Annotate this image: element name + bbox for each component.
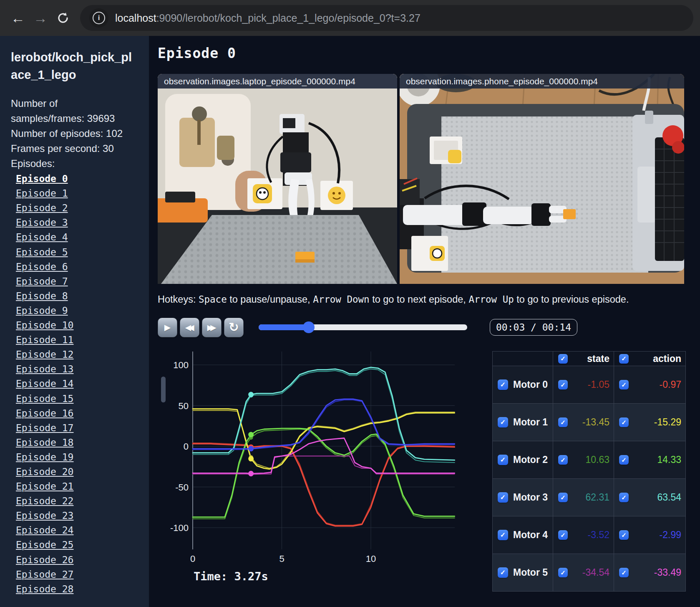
current-time-marker bbox=[248, 432, 254, 438]
forward-icon[interactable]: → bbox=[29, 7, 52, 29]
url-bar[interactable]: i localhost:9090/lerobot/koch_pick_place… bbox=[80, 5, 693, 31]
episode-link[interactable]: Episode 10 bbox=[16, 320, 73, 331]
episode-link[interactable]: Episode 25 bbox=[16, 539, 73, 550]
action-checkbox[interactable]: ✓ bbox=[619, 568, 629, 577]
episode-link[interactable]: Episode 13 bbox=[16, 364, 73, 374]
hotkey-text: to pause/unpause, bbox=[227, 294, 313, 305]
action-checkbox[interactable]: ✓ bbox=[619, 380, 629, 389]
svg-text:0: 0 bbox=[184, 441, 189, 452]
back-icon[interactable]: ← bbox=[7, 7, 29, 29]
box-hugging-face bbox=[320, 181, 353, 210]
episode-link[interactable]: Episode 21 bbox=[16, 481, 73, 492]
table-header-row: ✓ state ✓ action bbox=[493, 352, 686, 366]
state-checkbox[interactable]: ✓ bbox=[558, 568, 568, 577]
url-path: :9090/lerobot/koch_pick_place_1_lego/epi… bbox=[156, 12, 421, 24]
video-laptop[interactable]: observation.images.laptop_episode_000000… bbox=[158, 74, 397, 284]
episode-link[interactable]: Episode 23 bbox=[16, 510, 73, 521]
episode-link[interactable]: Episode 14 bbox=[16, 378, 73, 389]
episode-link[interactable]: Episode 7 bbox=[16, 276, 68, 287]
episode-link[interactable]: Episode 26 bbox=[16, 554, 73, 565]
episode-link[interactable]: Episode 5 bbox=[16, 247, 68, 258]
episode-link[interactable]: Episode 11 bbox=[16, 334, 73, 345]
play-button[interactable]: ▶ bbox=[158, 318, 177, 337]
episode-list-item: Episode 8 bbox=[16, 289, 141, 304]
action-checkbox[interactable]: ✓ bbox=[619, 417, 629, 427]
state-checkbox[interactable]: ✓ bbox=[558, 493, 568, 502]
episode-link[interactable]: Episode 4 bbox=[16, 232, 68, 243]
episode-link[interactable]: Episode 6 bbox=[16, 261, 68, 272]
motor-label: Motor 0 bbox=[513, 379, 548, 390]
reload-glyph bbox=[57, 12, 69, 24]
rewind-button[interactable]: ◀◀ bbox=[180, 318, 199, 337]
motor-chart[interactable]: 100500-50-1000510Time: 3.27s bbox=[158, 348, 460, 588]
state-checkbox[interactable]: ✓ bbox=[558, 530, 568, 540]
episode-link[interactable]: Episode 2 bbox=[16, 202, 68, 213]
state-checkbox[interactable]: ✓ bbox=[558, 380, 568, 389]
action-header-cell: ✓ action bbox=[614, 352, 686, 366]
svg-text:-100: -100 bbox=[170, 523, 189, 533]
episode-link[interactable]: Episode 3 bbox=[16, 217, 68, 228]
motor-label: Motor 4 bbox=[513, 529, 548, 541]
episode-list-item: Episode 9 bbox=[16, 304, 141, 319]
hotkey-text: to go to next episode, bbox=[370, 294, 469, 305]
state-checkbox[interactable]: ✓ bbox=[558, 455, 568, 465]
episode-link[interactable]: Episode 27 bbox=[16, 569, 73, 580]
table-row: ✓Motor 1✓-13.45✓-15.29 bbox=[493, 404, 686, 441]
motor-label: Motor 1 bbox=[513, 417, 548, 428]
motor-checkbox[interactable]: ✓ bbox=[498, 567, 508, 578]
episode-link[interactable]: Episode 28 bbox=[16, 584, 73, 594]
svg-text:100: 100 bbox=[173, 360, 189, 370]
screen: ← → i localhost:9090/lerobot/koch_pick_p… bbox=[0, 0, 700, 607]
episode-list-item: Episode 5 bbox=[16, 245, 141, 260]
episode-link[interactable]: Episode 19 bbox=[16, 452, 73, 463]
loop-button[interactable]: ↻ bbox=[224, 318, 244, 337]
url-text[interactable]: localhost:9090/lerobot/koch_pick_place_1… bbox=[115, 12, 421, 24]
scrollbar-thumb[interactable] bbox=[161, 377, 166, 402]
episode-list-item: Episode 20 bbox=[16, 465, 141, 480]
state-checkbox[interactable]: ✓ bbox=[558, 417, 568, 427]
episode-link[interactable]: Episode 17 bbox=[16, 422, 73, 433]
action-column-checkbox[interactable]: ✓ bbox=[619, 354, 629, 364]
motor-checkbox[interactable]: ✓ bbox=[498, 492, 508, 503]
motor-checkbox[interactable]: ✓ bbox=[498, 417, 508, 427]
current-time-marker bbox=[248, 456, 254, 461]
state-value: 10.63 bbox=[585, 454, 609, 465]
seek-slider[interactable] bbox=[259, 324, 467, 330]
dataset-stat: Frames per second: 30 bbox=[11, 141, 131, 156]
episode-link[interactable]: Episode 15 bbox=[16, 393, 73, 404]
action-checkbox[interactable]: ✓ bbox=[619, 493, 629, 502]
fast-forward-icon: ▶▶ bbox=[207, 323, 216, 332]
episode-list-item: Episode 16 bbox=[16, 407, 141, 421]
action-checkbox[interactable]: ✓ bbox=[619, 455, 629, 465]
fast-forward-button[interactable]: ▶▶ bbox=[202, 318, 222, 337]
state-column-checkbox[interactable]: ✓ bbox=[558, 354, 568, 364]
seek-slider-thumb[interactable] bbox=[303, 321, 315, 333]
episode-link[interactable]: Episode 16 bbox=[16, 408, 73, 419]
episode-link[interactable]: Episode 1 bbox=[16, 188, 68, 199]
episode-list-item: Episode 22 bbox=[16, 494, 141, 509]
motor-checkbox[interactable]: ✓ bbox=[498, 379, 508, 390]
episode-link[interactable]: Episode 24 bbox=[16, 525, 73, 536]
episode-link[interactable]: Episode 8 bbox=[16, 291, 68, 301]
video-caption: observation.images.laptop_episode_000000… bbox=[158, 74, 397, 89]
chart-time-label: Time: 3.27s bbox=[194, 570, 268, 583]
episode-link[interactable]: Episode 18 bbox=[16, 437, 73, 448]
hotkey-text: to go to previous episode. bbox=[514, 294, 629, 305]
reload-icon[interactable] bbox=[52, 7, 74, 29]
episode-list-item: Episode 21 bbox=[16, 480, 141, 494]
episode-link[interactable]: Episode 0 bbox=[16, 173, 68, 184]
episode-link[interactable]: Episode 9 bbox=[16, 305, 68, 316]
site-info-button[interactable]: i bbox=[89, 8, 108, 28]
motor-checkbox[interactable]: ✓ bbox=[498, 530, 508, 540]
action-checkbox[interactable]: ✓ bbox=[619, 530, 629, 540]
browser-chrome: ← → i localhost:9090/lerobot/koch_pick_p… bbox=[0, 0, 700, 36]
video-phone[interactable]: observation.images.phone_episode_000000.… bbox=[400, 74, 684, 284]
playback-controls: ▶ ◀◀ ▶▶ ↻ 00:03 / 00:14 bbox=[158, 317, 700, 337]
motor-checkbox[interactable]: ✓ bbox=[498, 455, 508, 465]
state-header-label: state bbox=[587, 353, 609, 364]
loop-icon: ↻ bbox=[229, 320, 239, 334]
episode-list-item: Episode 7 bbox=[16, 275, 141, 289]
episode-link[interactable]: Episode 12 bbox=[16, 349, 73, 360]
episode-link[interactable]: Episode 20 bbox=[16, 466, 73, 477]
episode-link[interactable]: Episode 22 bbox=[16, 496, 73, 506]
